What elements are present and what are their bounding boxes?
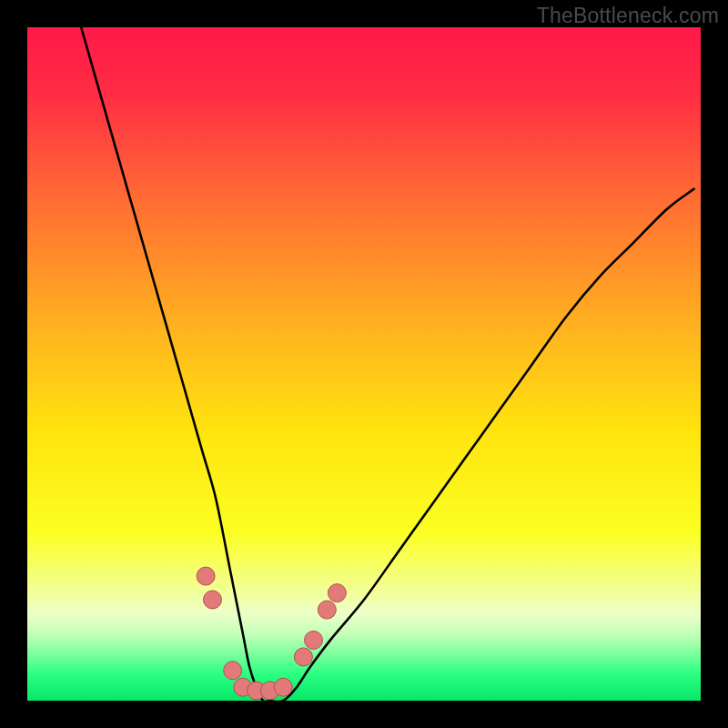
point-trough-1 [224, 662, 242, 680]
watermark-text: TheBottleneck.com [537, 4, 719, 28]
plot-area [27, 27, 701, 701]
curve-layer [27, 27, 701, 701]
point-left-1 [197, 567, 215, 585]
point-right-4 [328, 584, 346, 602]
chart-frame: TheBottleneck.com [0, 0, 728, 728]
point-left-2 [204, 591, 222, 609]
point-right-2 [305, 631, 323, 649]
point-right-1 [294, 648, 312, 666]
point-trough-5 [274, 678, 292, 696]
bottleneck-curve [81, 27, 693, 701]
point-right-3 [318, 601, 336, 619]
data-markers [197, 567, 346, 700]
